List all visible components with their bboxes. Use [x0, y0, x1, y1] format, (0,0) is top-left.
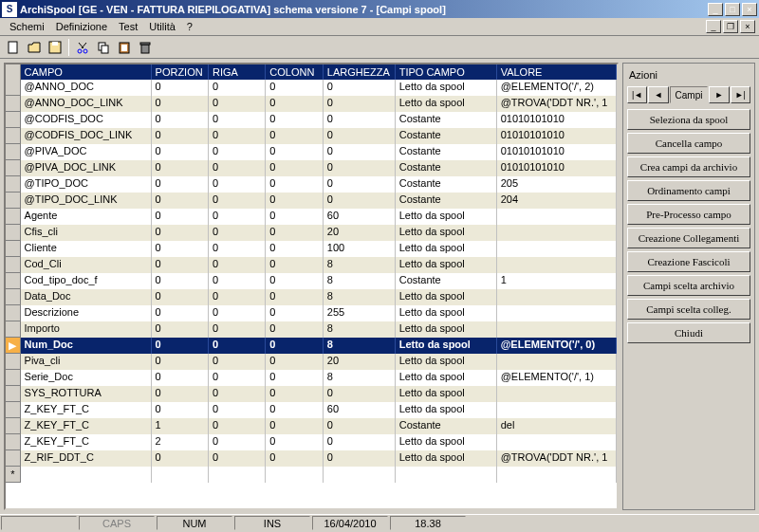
cell-colonn[interactable]: 0 [266, 128, 323, 144]
table-row[interactable]: Z_RIF_DDT_C0000Letto da spool@TROVA('DDT… [6, 450, 617, 467]
cell-valore[interactable] [497, 241, 617, 257]
cell-campo[interactable]: Z_RIF_DDT_C [21, 450, 152, 467]
cell-campo[interactable]: Num_Doc [21, 338, 152, 354]
cell-valore[interactable] [497, 386, 617, 402]
cell-campo[interactable]: Importo [21, 321, 152, 338]
row-selector[interactable] [6, 160, 21, 176]
cell-campo[interactable]: Z_KEY_FT_C [21, 418, 152, 434]
cell-campo[interactable]: Agente [21, 209, 152, 225]
cell-porzion[interactable]: 2 [152, 434, 209, 450]
row-selector[interactable] [6, 80, 21, 96]
table-row[interactable]: Importo0008Letto da spool [6, 321, 617, 338]
cell-colonn[interactable]: 0 [266, 402, 323, 418]
row-selector[interactable] [6, 241, 21, 257]
cell-tipo[interactable]: Letto da spool [396, 370, 497, 386]
cell-campo[interactable]: Cod_Cli [21, 257, 152, 273]
cell-riga[interactable]: 0 [209, 160, 266, 176]
cell-valore[interactable] [497, 354, 617, 370]
cell-tipo[interactable]: Letto da spool [396, 96, 497, 112]
row-selector[interactable] [6, 257, 21, 273]
cell-porzion[interactable]: 0 [152, 128, 209, 144]
cell-colonn[interactable]: 0 [266, 96, 323, 112]
cell-larghezza[interactable]: 8 [324, 289, 396, 305]
cell-valore[interactable]: @ELEMENTO('/', 0) [497, 338, 617, 354]
row-selector[interactable] [6, 96, 21, 112]
cell-larghezza[interactable]: 0 [324, 176, 396, 193]
cell-colonn[interactable]: 0 [266, 80, 323, 96]
table-row[interactable]: @PIVA_DOC_LINK0000Costante01010101010 [6, 160, 617, 176]
cell-larghezza[interactable]: 8 [324, 370, 396, 386]
row-selector[interactable] [6, 305, 21, 321]
table-row[interactable]: @TIPO_DOC0000Costante205 [6, 176, 617, 193]
row-selector[interactable] [6, 450, 21, 467]
action-button[interactable]: Creazione Collegamenti [627, 228, 750, 248]
nav-prev-button[interactable]: ◄ [648, 86, 668, 103]
table-row[interactable]: @CODFIS_DOC0000Costante01010101010 [6, 112, 617, 128]
table-row[interactable]: @CODFIS_DOC_LINK0000Costante01010101010 [6, 128, 617, 144]
cell-campo[interactable]: @TIPO_DOC_LINK [21, 193, 152, 209]
cell-colonn[interactable]: 0 [266, 289, 323, 305]
table-row[interactable]: Cfis_cli00020Letto da spool [6, 225, 617, 241]
cell-valore[interactable]: @TROVA('DDT NR.', 1 [497, 96, 617, 112]
cell-riga[interactable]: 0 [209, 434, 266, 450]
cell-larghezza[interactable]: 0 [324, 80, 396, 96]
cell-riga[interactable]: 0 [209, 418, 266, 434]
cell-tipo[interactable]: Letto da spool [396, 321, 497, 338]
close-button[interactable]: × [742, 3, 757, 16]
cell-valore[interactable]: 205 [497, 176, 617, 193]
cell-campo[interactable]: Descrizione [21, 305, 152, 321]
cell-campo[interactable]: Z_KEY_FT_C [21, 434, 152, 450]
cell-larghezza[interactable]: 8 [324, 257, 396, 273]
table-row[interactable]: ▶Num_Doc0008Letto da spool@ELEMENTO('/',… [6, 338, 617, 354]
mdi-minimize-button[interactable]: _ [706, 20, 721, 33]
cell-tipo[interactable]: Letto da spool [396, 209, 497, 225]
cell-porzion[interactable]: 0 [152, 386, 209, 402]
cell-tipo[interactable]: Letto da spool [396, 386, 497, 402]
row-selector[interactable] [6, 209, 21, 225]
cell-riga[interactable]: 0 [209, 225, 266, 241]
cell-colonn[interactable]: 0 [266, 338, 323, 354]
cell-porzion[interactable]: 0 [152, 176, 209, 193]
cell-colonn[interactable]: 0 [266, 370, 323, 386]
row-selector[interactable] [6, 289, 21, 305]
cell-colonn[interactable]: 0 [266, 354, 323, 370]
action-button[interactable]: Ordinamento campi [627, 180, 750, 201]
action-button[interactable]: Pre-Processo campo [627, 204, 750, 225]
cell-tipo[interactable]: Costante [396, 112, 497, 128]
cell-colonn[interactable]: 0 [266, 305, 323, 321]
cell-larghezza[interactable]: 0 [324, 160, 396, 176]
row-selector[interactable] [6, 402, 21, 418]
col-header-riga[interactable]: RIGA [209, 64, 266, 80]
row-selector[interactable] [6, 386, 21, 402]
cell-riga[interactable]: 0 [209, 354, 266, 370]
row-selector[interactable] [6, 176, 21, 193]
table-row[interactable]: SYS_ROTTURA0000Letto da spool [6, 386, 617, 402]
cell-tipo[interactable]: Letto da spool [396, 450, 497, 467]
cell-porzion[interactable]: 0 [152, 338, 209, 354]
new-row[interactable] [6, 467, 617, 483]
cell-larghezza[interactable]: 60 [324, 209, 396, 225]
cell-colonn[interactable]: 0 [266, 434, 323, 450]
cell-porzion[interactable]: 0 [152, 160, 209, 176]
cell-tipo[interactable]: Letto da spool [396, 402, 497, 418]
col-header-larghezza[interactable]: LARGHEZZA [324, 64, 396, 80]
row-selector-header[interactable] [6, 64, 21, 80]
cell-campo[interactable]: @CODFIS_DOC [21, 112, 152, 128]
paste-icon[interactable] [115, 38, 134, 57]
cell-colonn[interactable]: 0 [266, 450, 323, 467]
table-row[interactable]: Cliente000100Letto da spool [6, 241, 617, 257]
cell-tipo[interactable]: Letto da spool [396, 338, 497, 354]
cell-larghezza[interactable]: 0 [324, 112, 396, 128]
cell-riga[interactable]: 0 [209, 241, 266, 257]
cell-porzion[interactable]: 1 [152, 418, 209, 434]
cell-larghezza[interactable]: 0 [324, 144, 396, 160]
cell-porzion[interactable]: 0 [152, 96, 209, 112]
cell-colonn[interactable]: 0 [266, 418, 323, 434]
cell-larghezza[interactable]: 20 [324, 225, 396, 241]
cell-valore[interactable]: 01010101010 [497, 128, 617, 144]
menu-utilita[interactable]: Utilità [143, 19, 181, 34]
cell-valore[interactable] [497, 321, 617, 338]
cell-larghezza[interactable]: 0 [324, 128, 396, 144]
cell-porzion[interactable]: 0 [152, 144, 209, 160]
cell-porzion[interactable]: 0 [152, 225, 209, 241]
